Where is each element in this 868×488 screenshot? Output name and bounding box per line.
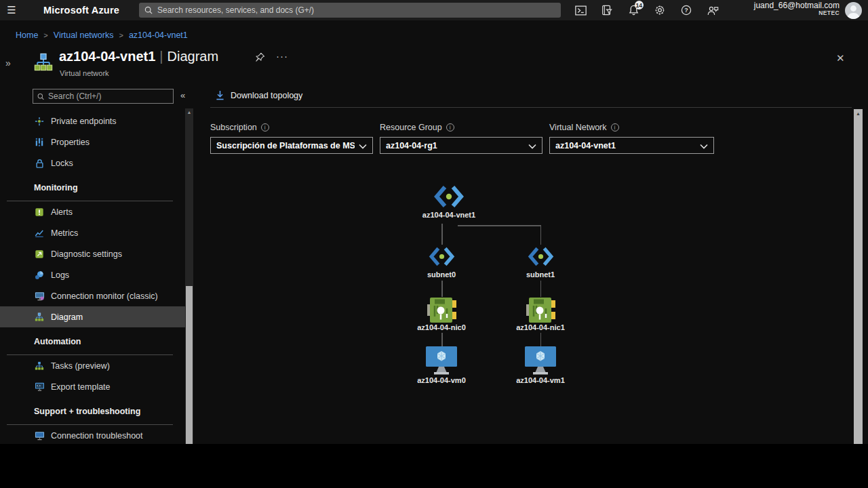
scroll-up-icon[interactable]: ▲ <box>185 110 193 115</box>
subnet1-node-label[interactable]: subnet1 <box>493 270 588 279</box>
avatar[interactable] <box>845 2 862 19</box>
tasks-icon <box>34 361 45 371</box>
subnet0-node-icon[interactable] <box>428 245 456 270</box>
virtual-network-dropdown[interactable]: az104-04-vnet1 <box>549 137 714 154</box>
breadcrumb-separator: > <box>119 31 123 39</box>
global-search-input[interactable] <box>157 5 555 15</box>
sidebar-item-label: Connection troubleshoot <box>51 431 143 441</box>
nic1-node-icon[interactable] <box>525 296 557 327</box>
close-icon[interactable]: ✕ <box>836 52 845 64</box>
more-options-icon[interactable]: ··· <box>276 50 288 62</box>
diagnostic-settings-icon <box>34 249 45 260</box>
sidebar-search-input[interactable] <box>48 92 169 101</box>
subnet0-node-label[interactable]: subnet0 <box>394 270 489 279</box>
sidebar-item-label: Private endpoints <box>51 117 117 126</box>
connector-vnet-subnet0 <box>441 224 443 245</box>
sidebar-item-connection-troubleshoot[interactable]: Connection troubleshoot <box>0 425 185 444</box>
chevron-down-icon <box>359 140 367 152</box>
toolbar-divider <box>210 107 852 108</box>
sidebar-item-diagram[interactable]: Diagram <box>0 306 185 327</box>
vm1-node-label[interactable]: az104-04-vm1 <box>493 376 588 384</box>
export-template-icon <box>34 382 45 392</box>
download-icon <box>216 90 224 100</box>
page-title-separator: | <box>159 49 163 64</box>
download-topology-button[interactable]: Download topology <box>216 90 302 100</box>
notifications-bell-icon[interactable]: 14 <box>626 3 641 18</box>
feedback-icon[interactable] <box>705 3 720 18</box>
connector-nic0-vm0 <box>441 333 443 346</box>
brand-title[interactable]: Microsoft Azure <box>43 5 119 16</box>
sidebar-item-locks[interactable]: Locks <box>0 152 185 174</box>
sidebar-item-label: Logs <box>51 270 69 280</box>
resource-group-filter: Resource Groupi az104-04-rg1 <box>380 123 542 154</box>
metrics-icon <box>34 228 45 239</box>
sidebar-item-metrics[interactable]: Metrics <box>0 222 185 243</box>
page-title-section: Diagram <box>167 49 219 64</box>
pin-icon[interactable] <box>255 52 265 65</box>
diagram-icon <box>34 312 45 323</box>
download-topology-label: Download topology <box>231 91 302 100</box>
azure-portal-screen: ☰ Microsoft Azure <box>0 0 868 488</box>
sidebar-item-properties[interactable]: Properties <box>0 131 185 152</box>
breadcrumb-home[interactable]: Home <box>16 30 38 40</box>
help-icon[interactable]: ? <box>679 3 694 18</box>
user-organization: NETEC <box>754 10 840 16</box>
sidebar-item-label: Tasks (preview) <box>51 361 110 371</box>
sidebar-item-connection-monitor[interactable]: Connection monitor (classic) <box>0 285 185 306</box>
virtual-network-value: az104-04-vnet1 <box>555 141 696 150</box>
main-scrollbar[interactable]: ▲ <box>854 109 863 444</box>
sidebar-item-private-endpoints[interactable]: Private endpoints <box>0 110 185 131</box>
properties-icon <box>34 137 45 148</box>
vm1-node-icon[interactable] <box>524 346 557 378</box>
cloud-shell-icon[interactable] <box>573 3 588 18</box>
connector-subnet0-nic0 <box>441 281 443 297</box>
resource-group-dropdown[interactable]: az104-04-rg1 <box>380 137 542 154</box>
sidebar-item-export-template[interactable]: Export template <box>0 376 185 397</box>
nic1-node-label[interactable]: az104-04-nic1 <box>493 323 588 331</box>
sidebar-item-label: Alerts <box>51 207 73 217</box>
chevron-down-icon <box>700 140 708 152</box>
sidebar-scrollbar-thumb[interactable] <box>186 286 193 444</box>
sidebar-item-label: Export template <box>51 382 111 392</box>
connector-vnet-subnet1-h <box>458 225 541 226</box>
sidebar-item-diagnostic-settings[interactable]: Diagnostic settings <box>0 243 185 264</box>
alerts-icon <box>34 207 45 218</box>
nic0-node-icon[interactable] <box>426 296 458 327</box>
vm0-node-icon[interactable] <box>425 346 458 378</box>
subscription-label: Subscriptioni <box>210 123 373 132</box>
sidebar-collapse-icon[interactable]: « <box>180 90 185 100</box>
scroll-up-icon[interactable]: ▲ <box>854 111 863 116</box>
subscription-value: Suscripción de Plataformas de MS... <box>216 141 355 150</box>
subscription-dropdown[interactable]: Suscripción de Plataformas de MS... <box>210 137 373 154</box>
hamburger-menu-icon[interactable]: ☰ <box>0 4 23 16</box>
info-icon: i <box>611 123 619 131</box>
sidebar-item-alerts[interactable]: Alerts <box>0 201 185 222</box>
page-title-resource: az104-04-vnet1 <box>59 49 155 64</box>
letterbox-bottom <box>0 444 868 488</box>
settings-gear-icon[interactable] <box>652 3 667 18</box>
subnet1-node-icon[interactable] <box>527 245 555 270</box>
connection-monitor-icon <box>34 291 45 302</box>
info-icon: i <box>261 123 269 131</box>
virtual-network-filter: Virtual Networki az104-04-vnet1 <box>549 123 714 154</box>
vnet-node-icon[interactable] <box>433 184 465 212</box>
sidebar-item-label: Metrics <box>51 228 78 238</box>
breadcrumb-vnet[interactable]: az104-04-vnet1 <box>129 30 188 40</box>
sidebar-search[interactable] <box>33 89 174 104</box>
sidebar-item-logs[interactable]: Logs <box>0 264 185 285</box>
vnet-node-label[interactable]: az104-04-vnet1 <box>401 211 496 219</box>
nic0-node-label[interactable]: az104-04-nic0 <box>394 323 489 331</box>
virtual-network-label: Virtual Networki <box>549 123 714 132</box>
sidebar-section-support-troubleshooting: Support + troubleshooting <box>0 397 185 425</box>
context-pane-expander[interactable]: » <box>5 58 11 68</box>
svg-text:?: ? <box>684 7 688 14</box>
account-info[interactable]: juand_66@hotmail.com NETEC <box>754 1 840 17</box>
breadcrumb-virtual-networks[interactable]: Virtual networks <box>54 30 114 40</box>
directory-filter-icon[interactable] <box>599 3 614 18</box>
sidebar-section-automation: Automation <box>0 327 185 355</box>
global-search[interactable] <box>139 3 561 18</box>
sidebar-scrollbar[interactable]: ▲ <box>185 108 193 444</box>
top-bar: ☰ Microsoft Azure <box>0 0 868 20</box>
vm0-node-label[interactable]: az104-04-vm0 <box>394 376 489 384</box>
sidebar-item-tasks[interactable]: Tasks (preview) <box>0 355 185 376</box>
